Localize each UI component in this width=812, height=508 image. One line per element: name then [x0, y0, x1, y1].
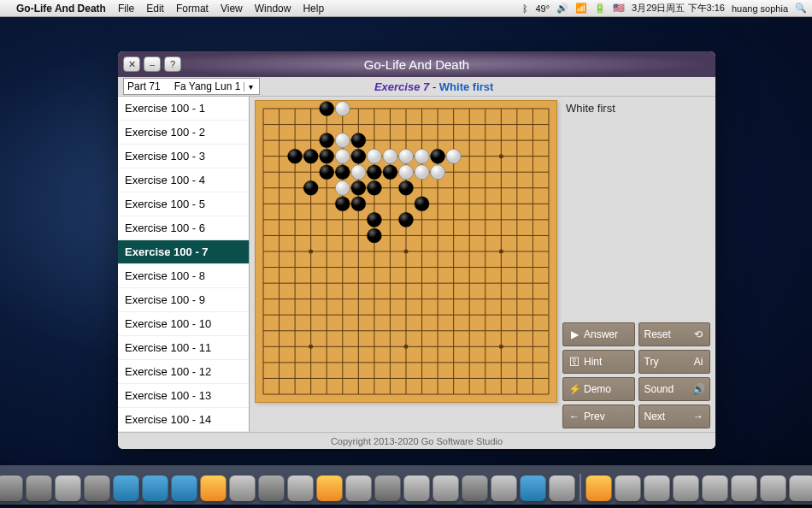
dock-min-window[interactable]: [615, 476, 641, 501]
hint-button[interactable]: ⚿Hint: [562, 350, 635, 374]
spotlight-icon[interactable]: 🔍: [795, 3, 807, 14]
dock-app-icon[interactable]: [56, 476, 81, 501]
dock-min-window[interactable]: [644, 476, 670, 501]
arrow-right-icon: →: [692, 411, 704, 422]
status-battery-icon[interactable]: 🔋: [594, 3, 606, 14]
dock-app-icon[interactable]: [317, 476, 343, 501]
svg-point-41: [309, 250, 313, 254]
dock-qq-icon[interactable]: [521, 476, 546, 501]
sound-button[interactable]: Sound🔊: [638, 377, 711, 401]
part-selector-name: Fa Yang Lun 1: [174, 80, 241, 92]
menu-view[interactable]: View: [215, 3, 249, 15]
dock-app-icon[interactable]: [433, 476, 459, 501]
dock-appstore-icon[interactable]: [172, 476, 197, 501]
svg-point-62: [398, 181, 413, 196]
prev-button[interactable]: ←Prev: [562, 405, 635, 428]
svg-point-71: [335, 149, 350, 163]
minimize-button[interactable]: –: [144, 56, 161, 72]
status-temp[interactable]: 49°: [535, 3, 550, 14]
dock-min-window[interactable]: [703, 476, 728, 501]
dock-app-icon[interactable]: [375, 476, 401, 501]
help-button[interactable]: ?: [164, 56, 181, 72]
menu-help[interactable]: Help: [297, 3, 330, 15]
dock-app-icon[interactable]: [288, 476, 314, 501]
svg-point-50: [288, 149, 303, 163]
next-button[interactable]: Next→: [638, 405, 711, 428]
status-bluetooth-icon[interactable]: ᛒ: [522, 3, 528, 14]
go-board[interactable]: [255, 100, 557, 403]
dock-itunes-icon[interactable]: [114, 476, 139, 501]
ai-icon: Ai: [692, 356, 704, 368]
dock-app-icon[interactable]: [85, 476, 110, 501]
menu-file[interactable]: File: [112, 3, 140, 15]
prev-label: Prev: [584, 411, 629, 422]
try-button[interactable]: TryAi: [638, 350, 711, 374]
exercise-item[interactable]: Exercise 100 - 10: [118, 312, 249, 336]
status-user[interactable]: huang sophia: [732, 3, 788, 14]
demo-button[interactable]: ⚡Demo: [562, 377, 635, 401]
svg-point-42: [404, 250, 409, 254]
svg-point-76: [446, 149, 461, 163]
svg-point-61: [367, 181, 381, 196]
svg-point-40: [499, 155, 503, 159]
exercise-item[interactable]: Exercise 100 - 4: [118, 168, 249, 192]
exercise-item[interactable]: Exercise 100 - 3: [118, 145, 249, 168]
svg-point-79: [415, 165, 429, 180]
dock-app-icon[interactable]: [491, 476, 517, 501]
exercise-list[interactable]: Exercise 100 - 1Exercise 100 - 2Exercise…: [118, 97, 250, 432]
speaker-icon: 🔊: [692, 383, 704, 395]
status-volume-icon[interactable]: 🔊: [556, 3, 568, 14]
dock-go-app-icon[interactable]: [586, 476, 612, 501]
play-icon: ▶: [568, 328, 580, 340]
dock-missioncontrol-icon[interactable]: [26, 476, 52, 501]
answer-button[interactable]: ▶Answer: [562, 322, 635, 346]
dock-app-icon[interactable]: [259, 476, 285, 501]
close-button[interactable]: ✕: [123, 56, 140, 72]
menu-format[interactable]: Format: [170, 3, 215, 15]
dock-safari-icon[interactable]: [143, 476, 168, 501]
dock-preferences-icon[interactable]: [550, 476, 575, 501]
exercise-item[interactable]: Exercise 100 - 14: [118, 408, 249, 432]
dock-calendar-icon[interactable]: [346, 476, 372, 501]
dock-terminal-icon[interactable]: [462, 476, 488, 501]
svg-point-48: [320, 133, 334, 148]
dock-min-window[interactable]: [790, 476, 813, 501]
dock-app-icon[interactable]: [230, 476, 256, 501]
status-flag-icon[interactable]: 🇺🇸: [613, 3, 625, 14]
next-label: Next: [644, 411, 690, 422]
exercise-item[interactable]: Exercise 100 - 11: [118, 336, 249, 360]
dock-app-icon[interactable]: [201, 476, 227, 501]
menubar-app-name[interactable]: Go-Life And Death: [10, 3, 112, 15]
exercise-item[interactable]: Exercise 100 - 6: [118, 216, 249, 240]
menu-window[interactable]: Window: [249, 3, 297, 15]
status-date[interactable]: 3月29日周五 下午3:16: [632, 2, 725, 15]
exercise-item[interactable]: Exercise 100 - 13: [118, 384, 249, 408]
dock-min-window[interactable]: [761, 476, 786, 501]
exercise-item[interactable]: Exercise 100 - 5: [118, 192, 249, 216]
answer-label: Answer: [584, 328, 629, 340]
exercise-item[interactable]: Exercise 100 - 2: [118, 121, 249, 145]
exercise-item[interactable]: Exercise 100 - 1: [118, 97, 249, 121]
menu-edit[interactable]: Edit: [140, 3, 170, 15]
reset-button[interactable]: Reset⟲: [638, 322, 711, 346]
dock-separator: [580, 474, 581, 501]
exercise-item[interactable]: Exercise 100 - 8: [118, 264, 249, 288]
reset-icon: ⟲: [692, 328, 704, 340]
status-wifi-icon[interactable]: 📶: [575, 3, 587, 14]
macos-dock[interactable]: [0, 465, 812, 505]
exercise-item[interactable]: Exercise 100 - 12: [118, 360, 249, 384]
exercise-item[interactable]: Exercise 100 - 9: [118, 288, 249, 312]
toolbar: Part 71 Fa Yang Lun 1 ▾ Exercise 7 - Whi…: [118, 77, 715, 97]
svg-point-46: [499, 345, 503, 349]
dock-app-icon[interactable]: [404, 476, 430, 501]
dock-min-window[interactable]: [674, 476, 699, 501]
exercise-item[interactable]: Exercise 100 - 7: [118, 240, 249, 264]
hint-label: Hint: [584, 356, 629, 368]
title-bar: ✕ – ? Go-Life And Death: [118, 51, 715, 77]
svg-point-59: [303, 181, 318, 196]
dock-launchpad-icon[interactable]: [0, 476, 23, 501]
svg-point-58: [383, 165, 397, 180]
dock-min-window[interactable]: [732, 476, 757, 501]
svg-point-57: [367, 165, 381, 180]
part-selector[interactable]: Part 71 Fa Yang Lun 1 ▾: [123, 78, 260, 95]
